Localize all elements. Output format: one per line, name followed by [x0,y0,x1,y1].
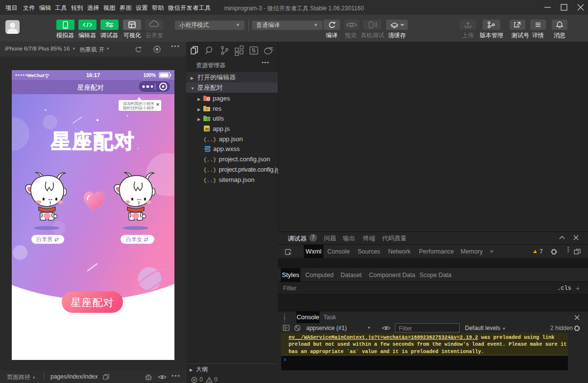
svg-text:JS: JS [204,127,209,131]
svg-text:星座配对: 星座配对 [50,130,135,153]
svg-text:100%: 100% [143,73,156,78]
svg-text:随时找到该小程序: 随时找到该小程序 [123,106,154,110]
svg-text:星座配对: 星座配对 [71,297,114,308]
svg-text:添加到我的小程序: 添加到我的小程序 [123,102,154,106]
svg-text:白羊女 ⇄: 白羊女 ⇄ [126,236,148,242]
svg-text:星座配对: 星座配对 [77,84,104,91]
svg-text:16:17: 16:17 [86,72,100,78]
svg-text:白羊男 ⇄: 白羊男 ⇄ [36,236,58,242]
svg-text:WeChat: WeChat [27,73,45,78]
